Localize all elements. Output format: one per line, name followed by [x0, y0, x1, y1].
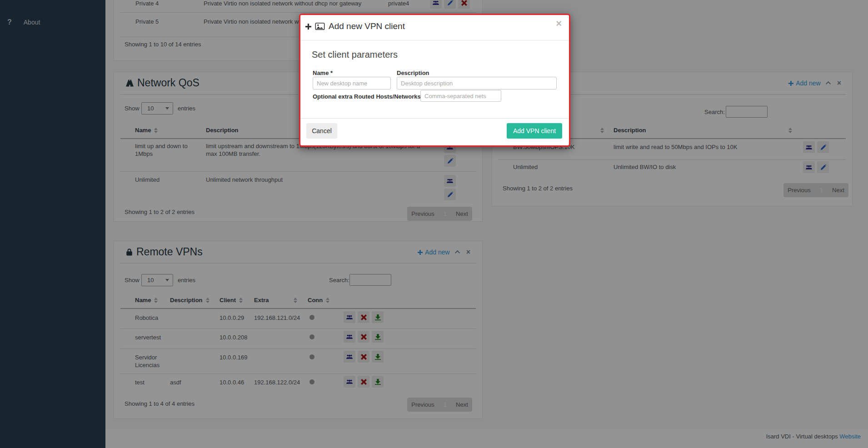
modal-title-label: Add new VPN client [329, 21, 405, 31]
image-icon [315, 23, 325, 30]
modal-footer-divider [300, 118, 569, 119]
description-label: Description [397, 70, 429, 76]
name-label: Name * [313, 70, 333, 76]
app-screen: ? About Private 4 Private Virtio non iso… [0, 0, 868, 448]
description-field[interactable] [397, 77, 557, 90]
plus-icon [305, 24, 311, 30]
cancel-button[interactable]: Cancel [306, 123, 337, 139]
routed-networks-field[interactable] [420, 90, 501, 102]
modal-header: Add new VPN client × [300, 15, 569, 40]
add-vpn-client-modal: Add new VPN client × Set client paramete… [299, 14, 570, 147]
routed-networks-label: Optional extra Routed Hosts/Networks [313, 93, 421, 100]
modal-title: Add new VPN client [305, 21, 405, 31]
modal-subtitle: Set client parameters [312, 50, 398, 60]
name-field[interactable] [313, 77, 391, 90]
close-icon[interactable]: × [556, 19, 562, 29]
add-vpn-client-button[interactable]: Add VPN client [507, 123, 562, 139]
